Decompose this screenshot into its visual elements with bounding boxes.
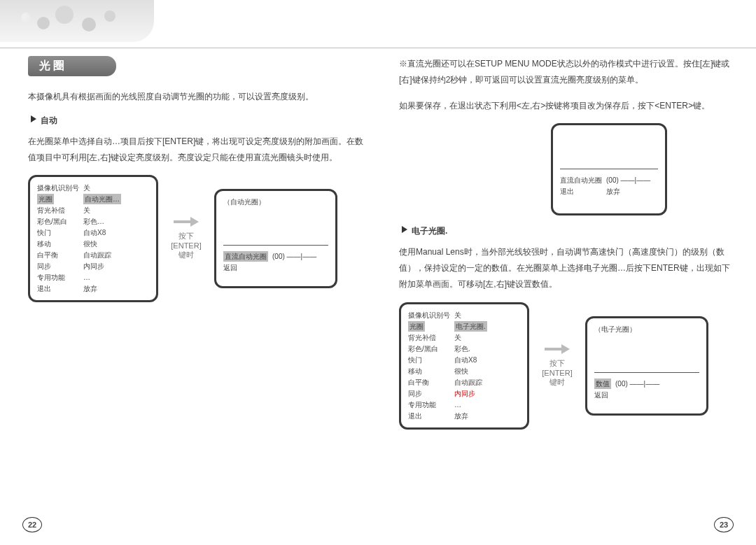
page-left: 光圈 本摄像机具有根据画面的光线照度自动调节光圈的功能，可以设置亮度级别。 自动… — [28, 56, 364, 302]
intro-text: 本摄像机具有根据画面的光线照度自动调节光圈的功能，可以设置亮度级别。 — [28, 89, 364, 105]
menu-screen-1: 摄像机识别号关光圈自动光圈…背光补偿关彩色/黑白彩色…快门自动X8移动很快白平衡… — [28, 175, 158, 302]
note-paragraph-1: ※直流光圈还可以在SETUP MENU MODE状态以外的动作模式中进行设置。按… — [399, 56, 735, 88]
top-rule — [0, 48, 756, 48]
menu-screen-3: 摄像机识别号关光圈电子光圈.背光补偿关彩色/黑白彩色.快门自动X8移动很快白平衡… — [399, 302, 529, 430]
arrow-icon — [174, 217, 199, 227]
arrow-icon — [545, 344, 570, 354]
page-number-right: 23 — [714, 517, 734, 532]
screens-row-2: 摄像机识别号关光圈电子光圈.背光补偿关彩色/黑白彩色.快门自动X8移动很快白平衡… — [399, 302, 735, 430]
triangle-icon — [402, 226, 407, 233]
decorative-bubbles — [0, 0, 154, 42]
auto-paragraph: 在光圈菜单中选择自动…项目后按下[ENTER]键，将出现可设定亮度级别的附加画面… — [28, 134, 364, 166]
menu-screen-4: （电子光圈） 数值(00) ——|——返回 — [585, 316, 708, 416]
subhead-auto: 自动 — [31, 115, 364, 127]
page-number-left: 22 — [22, 517, 42, 532]
enter-hint-2: 按下 [ENTER] 键时 — [536, 344, 578, 388]
screens-row-1: 摄像机识别号关光圈自动光圈…背光补偿关彩色/黑白彩色…快门自动X8移动很快白平衡… — [28, 175, 364, 302]
note-paragraph-2: 如果要保存，在退出状态下利用<左,右>按键将项目改为保存后，按下<ENTER>键… — [399, 98, 735, 114]
enter-hint-1: 按下 [ENTER] 键时 — [165, 217, 207, 260]
subhead-electronic: 电子光圈. — [402, 225, 735, 237]
menu-screen-solo: 直流自动光圈(00) ——|——退出放弃 — [551, 123, 667, 215]
triangle-icon — [31, 115, 36, 122]
electronic-paragraph: 使用Manual Lens时，当外部光线较强时，自动调节高速快门（高速度快门）的… — [399, 244, 735, 292]
page-right: ※直流光圈还可以在SETUP MENU MODE状态以外的动作模式中进行设置。按… — [399, 56, 735, 430]
menu-screen-2: （自动光圈） 直流自动光圈(00) ——|——返回 — [214, 189, 337, 288]
section-title: 光圈 — [28, 56, 116, 76]
